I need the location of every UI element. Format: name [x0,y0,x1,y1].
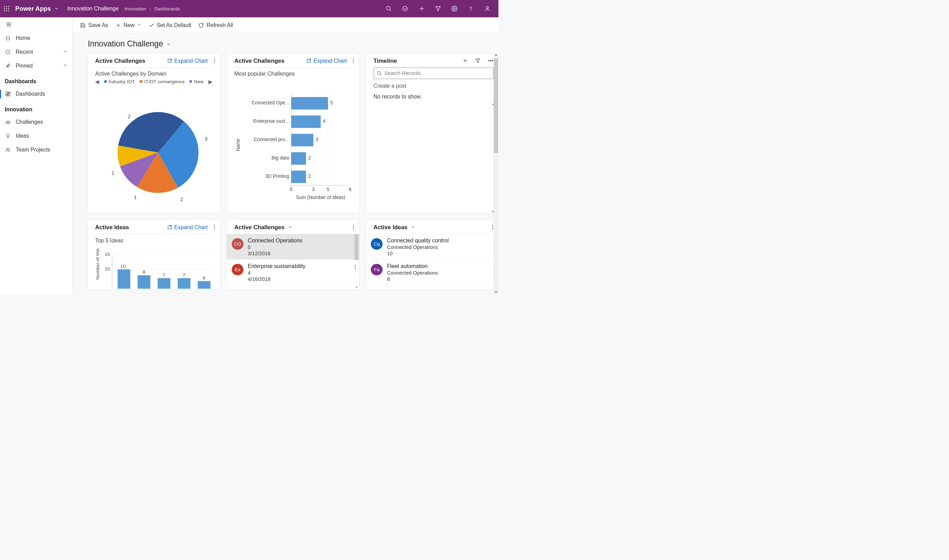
task-icon[interactable] [402,6,408,12]
list-item-sub: Connected Operations [387,245,449,250]
timeline-search[interactable] [374,68,494,79]
legend-item[interactable]: Industry IOT [104,79,135,84]
card-active-challenges-list: Active Challenges CO Connected Operation… [226,220,359,290]
sidebar-item-label: Team Projects [15,147,50,153]
sidebar: Home Recent Pinned Dashboards Dashboards… [0,17,73,294]
waffle-icon[interactable] [2,3,12,14]
svg-text:Connected pro...: Connected pro... [254,137,289,142]
more-icon[interactable] [214,225,215,231]
cmd-new[interactable]: New [116,22,142,28]
more-icon[interactable] [353,225,354,231]
page-title: Innovation Challenge [88,39,163,49]
svg-line-81 [169,226,171,228]
avatar: Fa [371,264,383,276]
create-post-link[interactable]: Create a post [366,79,498,91]
list-item-count: 8 [387,276,438,282]
svg-text:4: 4 [323,118,326,124]
svg-point-11 [403,6,408,11]
legend-item[interactable]: IT/OT convergence [139,79,185,84]
brand-dropdown[interactable] [54,6,59,11]
settings-icon[interactable] [451,6,458,12]
card-active-ideas-list: Active Ideas Cq Connected quality contro… [366,220,498,290]
svg-text:7: 7 [163,272,165,278]
cmd-save-as[interactable]: Save As [80,22,108,28]
filter-icon[interactable] [434,6,441,12]
sidebar-item-home[interactable]: Home [0,31,72,45]
sidebar-item-recent[interactable]: Recent [0,45,72,59]
svg-text:Big data: Big data [271,155,289,160]
breadcrumb-item[interactable]: Innovation [125,6,146,11]
sidebar-item-challenges[interactable]: Challenges [0,115,72,129]
avatar: Es [232,264,243,276]
card-title: Active Ideas [95,224,129,231]
svg-rect-52 [291,97,328,109]
svg-point-3 [4,8,5,9]
card-title: Active Challenges [234,224,284,231]
cmd-label: New [123,22,135,28]
svg-rect-94 [177,278,190,289]
card-title: Active Challenges [95,58,145,65]
list-item[interactable]: Fa Fleet automation Connected Operations… [366,260,498,285]
svg-rect-25 [6,95,8,96]
scrollbar[interactable] [354,234,358,288]
svg-point-28 [6,148,8,149]
svg-text:2: 2 [180,196,183,202]
svg-point-84 [214,229,215,229]
timeline-empty-text: No records to show. [366,90,498,103]
svg-text:2: 2 [308,155,311,160]
app-header: Power Apps Innovation Challenge Innovati… [0,0,498,17]
add-icon[interactable] [462,58,468,64]
more-icon[interactable] [488,58,494,64]
svg-text:15: 15 [105,252,110,257]
cmd-refresh-all[interactable]: Refresh All [199,22,233,28]
expand-chart-button[interactable]: Expand Chart [306,58,347,64]
sidebar-item-ideas[interactable]: Ideas [0,129,72,143]
svg-text:Enterprise sust...: Enterprise sust... [253,118,289,124]
account-icon[interactable] [484,6,490,12]
page-title-row[interactable]: Innovation Challenge [73,33,498,53]
svg-point-46 [353,62,354,63]
chevron-down-icon [63,49,68,55]
svg-point-110 [492,225,493,226]
cmd-set-default[interactable]: Set As Default [149,22,191,28]
environment-name[interactable]: Innovation Challenge [67,6,119,12]
list-item[interactable]: Cq Connected quality control Connected O… [366,234,498,260]
svg-point-8 [8,11,9,11]
sidebar-item-team-projects[interactable]: Team Projects [0,143,72,157]
hamburger-icon[interactable] [0,17,72,31]
more-icon[interactable] [353,58,354,64]
search-icon [377,71,382,76]
more-icon[interactable] [214,58,215,64]
svg-rect-92 [138,275,151,289]
help-icon[interactable] [468,6,474,12]
chevron-down-icon[interactable] [288,225,293,230]
expand-chart-button[interactable]: Expand Chart [167,58,208,64]
legend-prev-icon[interactable]: ◀ [95,79,99,85]
list-item[interactable]: CO Connected Operations 5 3/12/2018 [227,234,359,260]
breadcrumb: Innovation › Dashboards [125,6,180,11]
add-icon[interactable] [418,6,425,12]
scrollbar[interactable] [494,53,499,294]
sidebar-item-pinned[interactable]: Pinned [0,59,72,73]
sidebar-item-label: Pinned [15,63,32,69]
expand-chart-button[interactable]: Expand Chart [167,225,208,231]
svg-text:6: 6 [203,276,206,281]
svg-text:2: 2 [308,174,311,179]
list-item-date: 3/12/2018 [248,251,302,256]
chevron-down-icon [137,22,142,28]
search-input[interactable] [384,71,490,76]
sidebar-item-dashboards[interactable]: Dashboards [0,87,72,101]
list-item[interactable]: Es Enterprise sustainability 4 4/16/2018 [227,260,359,285]
svg-point-17 [486,6,488,9]
legend-next-icon[interactable]: ▶ [208,79,213,85]
svg-point-4 [6,8,7,9]
svg-text:5: 5 [330,100,333,105]
search-icon[interactable] [386,6,392,12]
legend-item[interactable]: New [189,79,203,84]
people-icon [5,147,11,153]
breadcrumb-item[interactable]: Dashboards [154,6,180,11]
chevron-down-icon[interactable] [411,225,416,230]
svg-rect-55 [291,152,306,165]
svg-rect-53 [291,115,321,128]
filter-icon[interactable] [475,58,481,64]
